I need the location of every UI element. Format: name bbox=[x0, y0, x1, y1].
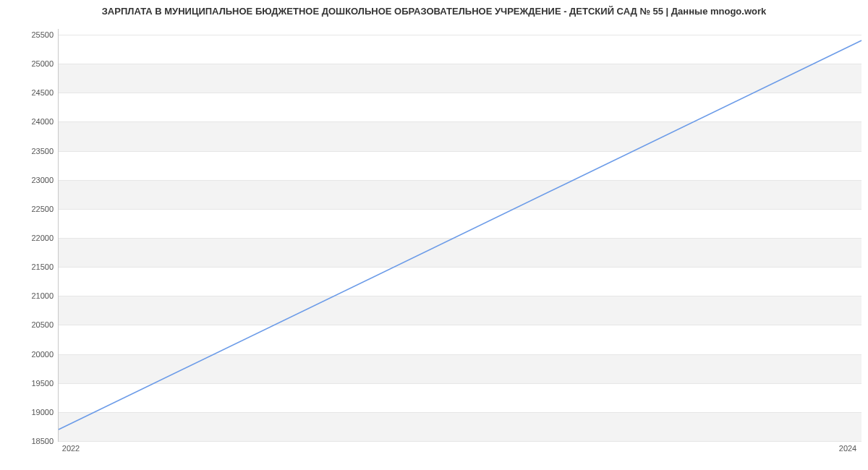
plot-area bbox=[58, 29, 861, 442]
x-tick-label: 2022 bbox=[62, 444, 80, 453]
y-tick-label: 25000 bbox=[10, 59, 54, 68]
y-tick-label: 22000 bbox=[10, 234, 54, 242]
gridline bbox=[59, 441, 861, 442]
y-tick-label: 24000 bbox=[10, 117, 54, 126]
y-tick-label: 21000 bbox=[10, 291, 54, 300]
y-tick-label: 20500 bbox=[10, 320, 54, 329]
y-tick-label: 18500 bbox=[10, 437, 54, 445]
chart-title: ЗАРПЛАТА В МУНИЦИПАЛЬНОЕ БЮДЖЕТНОЕ ДОШКО… bbox=[0, 6, 868, 17]
x-tick-label: 2024 bbox=[839, 444, 856, 453]
y-tick-label: 19000 bbox=[10, 408, 54, 416]
y-tick-label: 19500 bbox=[10, 379, 54, 388]
y-tick-label: 25500 bbox=[10, 30, 54, 39]
y-tick-label: 21500 bbox=[10, 262, 54, 271]
y-tick-label: 23500 bbox=[10, 147, 54, 155]
y-tick-label: 20000 bbox=[10, 350, 54, 359]
series-line bbox=[59, 40, 861, 430]
y-tick-label: 22500 bbox=[10, 205, 54, 213]
y-tick-label: 23000 bbox=[10, 176, 54, 184]
y-tick-label: 24500 bbox=[10, 88, 54, 97]
chart-line-layer bbox=[59, 29, 861, 441]
